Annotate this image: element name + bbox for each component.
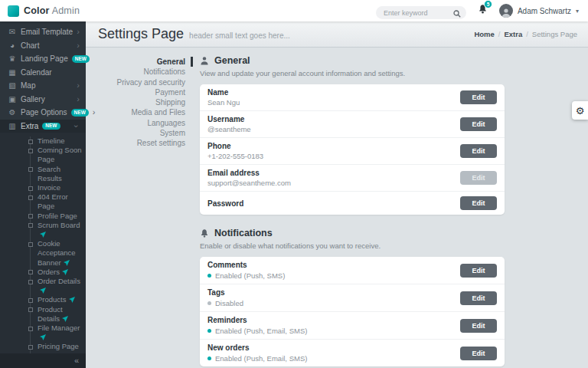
submenu-item-404-error-page[interactable]: 404 Error Page	[31, 192, 86, 211]
submenu-label: Cookie Acceptance Banner	[38, 239, 76, 266]
notifications-bell[interactable]: 5	[478, 4, 488, 18]
setting-value: Sean Ngu	[207, 98, 460, 107]
new-badge: NEW	[71, 109, 89, 117]
submenu-item-scrum-board[interactable]: Scrum Board	[31, 221, 86, 239]
edit-tags-button[interactable]: Edit	[460, 291, 497, 305]
submenu-item-cookie-acceptance-banner[interactable]: Cookie Acceptance Banner	[31, 239, 86, 268]
edit-reminders-button[interactable]: Edit	[460, 319, 497, 333]
sidebar-item-email-template[interactable]: ✉ Email Template ›	[0, 25, 86, 39]
section-notifications-description: Enable or disable what notifications you…	[200, 242, 505, 250]
search-icon[interactable]	[453, 7, 461, 21]
settings-nav-system[interactable]: System	[98, 128, 193, 138]
sidebar-item-label: Email Template	[21, 28, 73, 36]
status-dot-enabled	[207, 356, 211, 360]
setting-label: Username	[207, 115, 460, 123]
sidebar-item-label: Extra	[21, 122, 38, 130]
caret-down-icon: ▾	[576, 8, 579, 15]
sidebar-item-label: Page Options	[21, 108, 67, 117]
submenu-item-invoice[interactable]: Invoice	[31, 183, 86, 192]
chevron-right-icon: ›	[77, 81, 80, 90]
submenu-item-product-details[interactable]: Product Details	[31, 305, 86, 324]
submenu-label: Product Details	[38, 305, 63, 323]
logo-icon	[8, 5, 19, 17]
edit-comments-button[interactable]: Edit	[460, 264, 497, 278]
sidebar-item-landing-page[interactable]: ♛ Landing Page NEW	[0, 52, 86, 66]
send-icon	[62, 269, 68, 275]
setting-label: New orders	[207, 343, 460, 352]
settings-nav-general[interactable]: General	[98, 57, 193, 67]
submenu-item-order-details[interactable]: Order Details	[31, 277, 86, 295]
settings-nav-payment[interactable]: Payment	[98, 87, 193, 97]
new-badge: NEW	[72, 55, 90, 63]
breadcrumb-home[interactable]: Home	[474, 30, 494, 38]
status-text: Enabled (Push, SMS)	[215, 271, 285, 280]
top-header: Color Admin 5 Adam Schwartz ▾	[0, 0, 588, 21]
section-notifications: Notifications Enable or disable what not…	[200, 228, 505, 366]
sidebar-collapse-button[interactable]: «	[74, 356, 79, 365]
submenu-label: File Manager	[38, 324, 80, 332]
sidebar-item-page-options[interactable]: ⚙ Page Options NEW ›	[0, 106, 86, 120]
submenu-item-coming-soon-page[interactable]: Coming Soon Page	[31, 146, 86, 164]
section-general-heading: General	[200, 55, 505, 66]
chevron-right-icon: ›	[77, 95, 80, 104]
main-content: Settings Page header small text goes her…	[86, 21, 588, 368]
send-icon	[40, 288, 46, 294]
send-icon	[64, 260, 70, 266]
submenu-item-products[interactable]: Products	[31, 295, 86, 304]
setting-label: Email address	[207, 169, 460, 177]
setting-row-phone: Phone +1-202-555-0183 Edit	[200, 138, 505, 165]
chevron-right-icon: ›	[77, 41, 80, 50]
edit-username-button[interactable]: Edit	[460, 117, 497, 131]
setting-row-password: Password Edit	[200, 192, 505, 215]
settings-nav-active-indicator	[191, 57, 193, 67]
send-icon	[69, 297, 75, 303]
submenu-label: Scrum Board	[38, 221, 80, 229]
setting-label: Tags	[207, 288, 460, 297]
gears-icon: ⚙	[8, 108, 17, 117]
settings-nav-languages[interactable]: Languages	[98, 118, 193, 128]
breadcrumb-separator: /	[526, 30, 528, 38]
sidebar-item-extra[interactable]: ▥ Extra NEW ›	[0, 120, 86, 133]
status-dot-disabled	[207, 301, 211, 305]
sidebar-item-label: Gallery	[21, 95, 45, 104]
chevron-down-icon: ›	[73, 124, 81, 127]
submenu-item-orders[interactable]: Orders	[31, 268, 86, 277]
setting-value: @seantheme	[207, 125, 460, 133]
edit-new-orders-button[interactable]: Edit	[460, 347, 497, 360]
setting-value: support@seantheme.com	[207, 179, 460, 187]
crown-icon: ♛	[8, 54, 17, 63]
edit-phone-button[interactable]: Edit	[460, 144, 497, 158]
theme-settings-button[interactable]: ⚙	[572, 101, 588, 120]
sidebar-item-map[interactable]: ▧ Map ›	[0, 79, 86, 93]
edit-name-button[interactable]: Edit	[460, 90, 497, 104]
notification-count-badge: 5	[484, 0, 492, 8]
settings-nav: General Notifications Privacy and securi…	[98, 55, 193, 368]
general-card: Name Sean Ngu Edit Username @seantheme E…	[200, 84, 505, 215]
settings-nav-privacy-and-security[interactable]: Privacy and security	[98, 77, 193, 87]
section-title: General	[214, 55, 250, 66]
user-menu[interactable]: Adam Schwartz ▾	[499, 4, 579, 18]
sidebar-item-calendar[interactable]: ▦ Calendar	[0, 66, 86, 80]
submenu-item-profile-page[interactable]: Profile Page	[31, 212, 86, 221]
settings-nav-notifications[interactable]: Notifications	[98, 67, 193, 77]
edit-email-button[interactable]: Edit	[460, 171, 497, 185]
search-box	[376, 5, 466, 18]
submenu-item-timeline[interactable]: Timeline	[31, 136, 86, 146]
breadcrumb-extra[interactable]: Extra	[504, 30, 522, 38]
sidebar-item-chart[interactable]: ◕ Chart ›	[0, 39, 86, 53]
setting-row-name: Name Sean Ngu Edit	[200, 84, 505, 111]
settings-nav-shipping[interactable]: Shipping	[98, 97, 193, 107]
sidebar-item-gallery[interactable]: ▣ Gallery ›	[0, 93, 86, 107]
page-subtitle: header small text goes here...	[189, 31, 290, 40]
status-text: Enabled (Push, Email, SMS)	[215, 327, 307, 335]
section-general-description: View and update your general account inf…	[200, 69, 505, 77]
app-logo[interactable]: Color Admin	[0, 5, 80, 17]
submenu-item-file-manager[interactable]: File Manager	[31, 324, 86, 342]
edit-password-button[interactable]: Edit	[460, 196, 497, 210]
sidebar: ✉ Email Template › ◕ Chart › ♛ Landing P…	[0, 21, 86, 368]
settings-nav-reset-settings[interactable]: Reset settings	[98, 138, 193, 148]
sidebar-menu: ✉ Email Template › ◕ Chart › ♛ Landing P…	[0, 21, 86, 368]
settings-nav-media-and-files[interactable]: Media and Files	[98, 107, 193, 117]
submenu-item-search-results[interactable]: Search Results	[31, 165, 86, 183]
submenu-label: Orders	[38, 268, 60, 276]
